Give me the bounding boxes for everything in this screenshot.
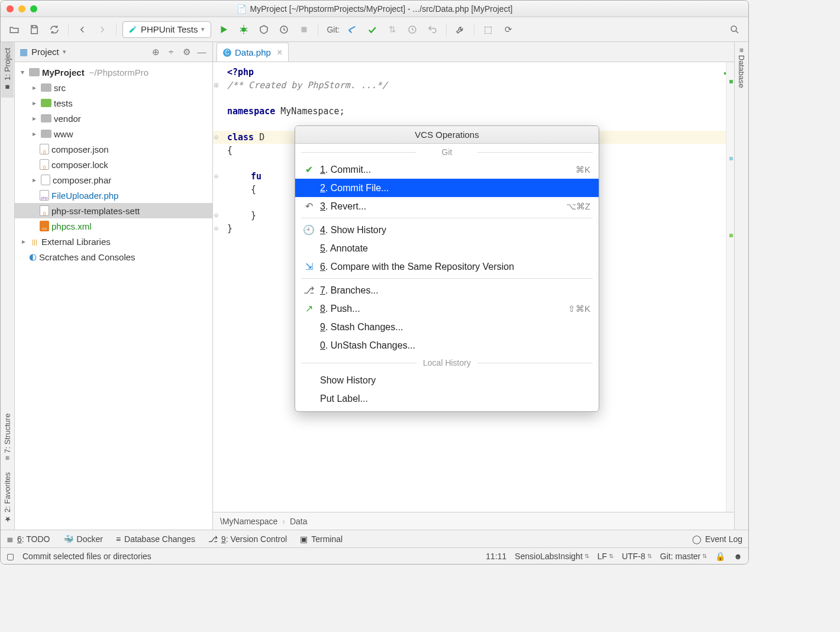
- line-ending[interactable]: LF⇅: [597, 552, 613, 561]
- popup-item-compare[interactable]: ⇲ 6. Compare with the Same Repository Ve…: [295, 257, 599, 276]
- right-tool-gutter: ≡Database: [734, 42, 748, 530]
- close-tab-icon[interactable]: ×: [277, 47, 282, 58]
- tool-project-tab[interactable]: ■1: Project: [1, 42, 14, 98]
- hector-icon[interactable]: ☻: [734, 552, 742, 561]
- tree-item-src[interactable]: ▸src: [15, 80, 212, 95]
- fold-icon[interactable]: ⊖: [214, 209, 218, 222]
- tree-item-composer-json[interactable]: {}composer.json: [15, 141, 212, 157]
- popup-item-branches[interactable]: ⎇ 7. Branches...: [295, 281, 599, 299]
- fold-icon[interactable]: ⊖: [214, 170, 218, 183]
- compare-icon: ⇲: [303, 261, 314, 272]
- fold-icon[interactable]: ⊖: [214, 222, 218, 235]
- lock-icon[interactable]: 🔒: [715, 552, 725, 561]
- popup-item-put-label[interactable]: Put Label...: [295, 389, 599, 408]
- breadcrumb-class[interactable]: Data: [290, 517, 308, 526]
- popup-item-annotate[interactable]: 5. Annotate: [295, 239, 599, 257]
- tree-item-fileuploader[interactable]: phpFileUploader.php: [15, 188, 212, 203]
- git-branch[interactable]: Git: master⇅: [660, 552, 707, 561]
- tool-favorites-tab[interactable]: ★2: Favorites: [1, 466, 14, 530]
- chevron-down-icon[interactable]: ▾: [63, 48, 66, 56]
- run-icon[interactable]: [216, 22, 231, 37]
- run-config-dropdown[interactable]: 🧪 PHPUnit Tests ▾: [122, 21, 211, 38]
- history-icon[interactable]: [405, 22, 420, 37]
- popup-item-commit[interactable]: ✔ 1. Commit... ⌘K: [295, 160, 599, 179]
- tree-scratches[interactable]: ◐Scratches and Consoles: [15, 249, 212, 265]
- tree-item-composer-phar[interactable]: ▸composer.phar: [15, 172, 212, 188]
- folder-icon: [41, 83, 51, 92]
- chevron-down-icon[interactable]: ▾: [18, 68, 27, 76]
- tree-root[interactable]: ▾ MyProject ~/PhpstormPro: [15, 65, 212, 80]
- breadcrumbs[interactable]: \MyNamespace › Data: [213, 512, 734, 530]
- tree-item-phpcs[interactable]: <>phpcs.xml: [15, 218, 212, 234]
- fold-icon[interactable]: ⊖: [214, 131, 218, 144]
- tree-item-composer-lock[interactable]: {}composer.lock: [15, 157, 212, 172]
- folder-icon: [41, 130, 51, 138]
- editor-tab-data[interactable]: C Data.php ×: [217, 43, 289, 62]
- push-icon: ↗: [303, 303, 314, 314]
- hide-icon[interactable]: —: [196, 46, 208, 58]
- forward-icon[interactable]: [95, 22, 110, 37]
- rollback-icon[interactable]: [425, 22, 440, 37]
- tool-database-tab[interactable]: ≡Database: [735, 42, 748, 93]
- tab-todo[interactable]: ≣6: TODO: [7, 534, 50, 544]
- popup-item-push[interactable]: ↗ 8. Push... ⇧⌘K: [295, 299, 599, 318]
- settings-wrench-icon[interactable]: [453, 22, 468, 37]
- tab-vcs[interactable]: ⎇9: Version Control: [208, 534, 287, 544]
- tool-windows-icon[interactable]: ▢: [7, 552, 14, 561]
- tab-terminal[interactable]: ▣Terminal: [300, 534, 343, 544]
- zoom-window-icon[interactable]: [30, 5, 37, 12]
- marker-ok-icon[interactable]: [729, 80, 733, 83]
- popup-item-show-history[interactable]: 🕘 4. Show History: [295, 221, 599, 239]
- file-icon: {}: [40, 144, 49, 154]
- commit-icon[interactable]: [364, 22, 380, 37]
- stop-icon[interactable]: [296, 22, 312, 37]
- marker-info-icon[interactable]: [729, 157, 733, 160]
- open-icon[interactable]: [7, 22, 22, 37]
- popup-item-revert[interactable]: ↶ 3. Revert... ⌥⌘Z: [295, 197, 599, 215]
- tab-db-changes[interactable]: ≡Database Changes: [116, 534, 195, 544]
- tree-item-www[interactable]: ▸www: [15, 126, 212, 141]
- tree-item-vendor[interactable]: ▸vendor: [15, 111, 212, 126]
- coverage-icon[interactable]: [256, 22, 272, 37]
- project-tree[interactable]: ▾ MyProject ~/PhpstormPro ▸src ▸tests ▸v…: [15, 62, 212, 530]
- file-icon: {}: [40, 205, 49, 216]
- sync-icon[interactable]: [47, 22, 62, 37]
- deploy-icon[interactable]: ⬚: [480, 22, 496, 37]
- encoding[interactable]: UTF-8⇅: [622, 552, 652, 561]
- tool-structure-tab[interactable]: ≡7: Structure: [1, 408, 14, 466]
- caret-position[interactable]: 11:11: [486, 552, 506, 561]
- debug-icon[interactable]: [236, 22, 251, 37]
- tree-item-ssr-templates[interactable]: {}php-ssr-templates-sett: [15, 203, 212, 218]
- popup-item-unstash[interactable]: 0. UnStash Changes...: [295, 336, 599, 354]
- bottom-tool-tabs: ≣6: TODO 🐳Docker ≡Database Changes ⎇9: V…: [1, 530, 748, 547]
- xml-file-icon: <>: [40, 221, 49, 231]
- fold-icon[interactable]: ⊞: [214, 79, 218, 92]
- close-window-icon[interactable]: [7, 5, 14, 12]
- back-icon[interactable]: [75, 22, 90, 37]
- popup-item-stash[interactable]: 9. Stash Changes...: [295, 318, 599, 336]
- download-icon[interactable]: ⟳: [500, 22, 516, 37]
- save-icon[interactable]: [27, 22, 42, 37]
- profile-icon[interactable]: [276, 22, 292, 37]
- search-everywhere-icon[interactable]: [727, 22, 742, 37]
- window-title-text: MyProject [~/PhpstormProjects/MyProject]…: [250, 4, 513, 14]
- bubble-icon: ◯: [692, 534, 702, 544]
- gear-icon[interactable]: ⚙: [180, 46, 192, 58]
- minimize-window-icon[interactable]: [18, 5, 25, 12]
- tree-item-tests[interactable]: ▸tests: [15, 95, 212, 111]
- locate-icon[interactable]: ⊕: [150, 46, 161, 58]
- project-panel-title[interactable]: Project: [31, 47, 59, 57]
- marker-ok-icon[interactable]: [729, 234, 733, 237]
- popup-item-commit-file[interactable]: 2. Commit File...: [295, 179, 599, 197]
- update-icon[interactable]: [344, 22, 360, 37]
- popup-item-local-history[interactable]: Show History: [295, 371, 599, 389]
- tab-docker[interactable]: 🐳Docker: [63, 534, 103, 544]
- compare-icon[interactable]: ⇅: [385, 22, 400, 37]
- insight-widget[interactable]: SensioLabsInsight⇅: [515, 552, 589, 561]
- error-stripe[interactable]: [726, 62, 734, 512]
- breadcrumb-ns[interactable]: \MyNamespace: [220, 517, 277, 526]
- tree-external-libs[interactable]: ▸⫼External Libraries: [15, 234, 212, 249]
- collapse-icon[interactable]: ÷: [165, 46, 177, 58]
- vcs-operations-popup: VCS Operations Git ✔ 1. Commit... ⌘K 2. …: [295, 125, 599, 412]
- tab-event-log[interactable]: ◯Event Log: [692, 534, 742, 544]
